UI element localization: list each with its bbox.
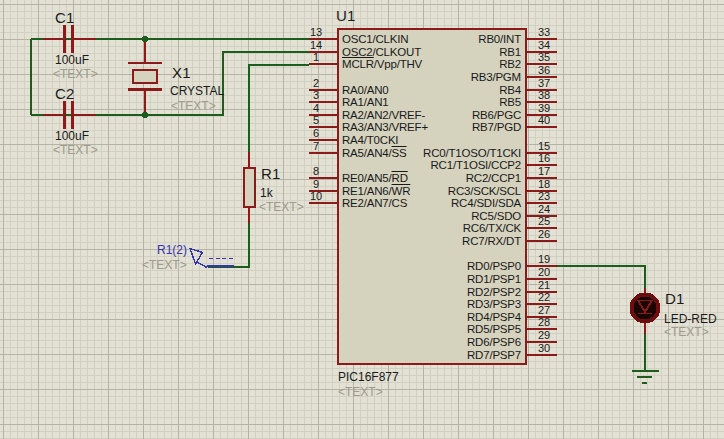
pin-stub-1[interactable] — [309, 63, 337, 65]
pin-label-37: RB4 — [390, 84, 521, 96]
d1-led-ring — [632, 295, 659, 322]
pin-number-38: 38 — [530, 89, 558, 101]
pin-number-17: 17 — [530, 165, 558, 177]
pin-number-1: 1 — [302, 51, 330, 63]
pin-number-34: 34 — [530, 39, 558, 51]
c1-text-placeholder[interactable]: <TEXT> — [53, 67, 98, 81]
c1-value-label[interactable]: 100uF — [55, 53, 89, 67]
pin-number-37: 37 — [530, 77, 558, 89]
r1-ref-label[interactable]: R1 — [261, 165, 281, 182]
pin-number-2: 2 — [302, 77, 330, 89]
pin-number-3: 3 — [302, 89, 330, 101]
pin-label-25: RC6/TX/CK — [390, 222, 521, 234]
pin-label-39: RB6/PGC — [390, 109, 521, 121]
pin-number-30: 30 — [530, 342, 558, 354]
pin-number-26: 26 — [530, 228, 558, 240]
x1-value-label[interactable]: CRYSTAL — [170, 84, 224, 98]
pin-label-36: RB3/PGM — [390, 71, 521, 83]
pin-number-14: 14 — [302, 39, 330, 51]
d1-value-label[interactable]: LED-RED — [664, 312, 717, 326]
schematic-canvas[interactable]: 13OSC1/CLKIN14OSC2/CLKOUT1MCLR/Vpp/THV2R… — [0, 0, 724, 439]
pin-label-23: RC4/SDI/SDA — [390, 197, 521, 209]
pin-label-17: RC2/CCP1 — [390, 172, 521, 184]
pin-label-28: RD5/PSP5 — [390, 323, 521, 335]
x1-text-placeholder[interactable]: <TEXT> — [171, 99, 216, 113]
resistor-r1-symbol[interactable] — [244, 152, 255, 223]
pin-number-18: 18 — [530, 178, 558, 190]
pin-number-29: 29 — [530, 329, 558, 341]
r1-body — [244, 168, 255, 207]
net-label-marker[interactable] — [190, 249, 234, 268]
pin-number-6: 6 — [302, 127, 330, 139]
junction-dot-top — [142, 36, 148, 42]
wire-rd0-led-net[interactable] — [557, 266, 645, 289]
pin-number-23: 23 — [530, 190, 558, 202]
chip-ref-label[interactable]: U1 — [336, 7, 356, 24]
pin-number-27: 27 — [530, 304, 558, 316]
pin-number-35: 35 — [530, 51, 558, 63]
pin-label-2: RA0/AN0 — [342, 84, 389, 96]
pin-stub-40[interactable] — [527, 126, 557, 128]
chip-text-placeholder[interactable]: <TEXT> — [338, 385, 383, 399]
pin-label-16: RC1/T1OSI/CCP2 — [390, 159, 521, 171]
ground-symbol[interactable] — [632, 371, 659, 383]
pin-label-6: RA4/T0CKI — [342, 134, 398, 146]
pin-number-8: 8 — [302, 165, 330, 177]
pin-label-29: RD6/PSP6 — [390, 336, 521, 348]
net-label-arrow-icon — [190, 249, 203, 265]
net-label-name[interactable]: R1(2) — [157, 243, 187, 257]
c2-value-label[interactable]: 100uF — [55, 129, 89, 143]
junction-dot-bottom — [142, 112, 148, 118]
c1-ref-label[interactable]: C1 — [55, 9, 75, 26]
pin-label-30: RD7/PSP7 — [390, 349, 521, 361]
pin-label-27: RD4/PSP4 — [390, 311, 521, 323]
d1-text-placeholder[interactable]: <TEXT> — [664, 325, 709, 339]
pin-stub-7[interactable] — [309, 152, 337, 154]
pin-number-4: 4 — [302, 102, 330, 114]
pin-label-3: RA1/AN1 — [342, 96, 389, 108]
pin-number-16: 16 — [530, 152, 558, 164]
c2-ref-label[interactable]: C2 — [55, 85, 75, 102]
pin-number-28: 28 — [530, 316, 558, 328]
x1-body — [133, 70, 157, 83]
pin-label-20: RD1/PSP1 — [390, 273, 521, 285]
pin-number-7: 7 — [302, 140, 330, 152]
pin-number-21: 21 — [530, 279, 558, 291]
pin-number-36: 36 — [530, 64, 558, 76]
net-label-text-placeholder[interactable]: <TEXT> — [142, 258, 187, 272]
pin-label-38: RB5 — [390, 96, 521, 108]
wire-mclr-net[interactable] — [249, 65, 309, 154]
pin-label-35: RB2 — [390, 58, 521, 70]
wire-r1-bottom-net[interactable] — [208, 222, 249, 267]
pin-number-13: 13 — [302, 26, 330, 38]
chip-part-label[interactable]: PIC16F877 — [338, 370, 399, 384]
pin-number-20: 20 — [530, 266, 558, 278]
c2-text-placeholder[interactable]: <TEXT> — [53, 143, 98, 157]
pin-number-40: 40 — [530, 114, 558, 126]
pin-number-39: 39 — [530, 102, 558, 114]
r1-text-placeholder[interactable]: <TEXT> — [259, 200, 304, 214]
pin-number-9: 9 — [302, 178, 330, 190]
d1-ref-label[interactable]: D1 — [665, 290, 685, 307]
x1-ref-label[interactable]: X1 — [172, 64, 191, 81]
r1-value-label[interactable]: 1k — [260, 186, 273, 200]
pin-label-15: RC0/T1OSO/T1CKI — [390, 147, 521, 159]
pin-stub-10[interactable] — [309, 202, 337, 204]
pin-number-24: 24 — [530, 203, 558, 215]
net-label-pointer-line — [197, 262, 208, 268]
crystal-x1-symbol[interactable] — [128, 39, 162, 115]
pin-label-33: RB0/INT — [390, 33, 521, 45]
led-d1-symbol[interactable] — [632, 288, 659, 334]
pin-label-18: RC3/SCK/SCL — [390, 185, 521, 197]
pin-stub-30[interactable] — [527, 354, 557, 356]
pin-number-5: 5 — [302, 114, 330, 126]
pin-number-33: 33 — [530, 26, 558, 38]
pin-number-25: 25 — [530, 215, 558, 227]
pin-number-15: 15 — [530, 140, 558, 152]
pin-stub-26[interactable] — [527, 240, 557, 242]
pin-number-10: 10 — [302, 190, 330, 202]
pin-label-22: RD3/PSP3 — [390, 298, 521, 310]
pin-number-22: 22 — [530, 291, 558, 303]
pin-label-34: RB1 — [390, 46, 521, 58]
pin-label-40: RB7/PGD — [390, 121, 521, 133]
